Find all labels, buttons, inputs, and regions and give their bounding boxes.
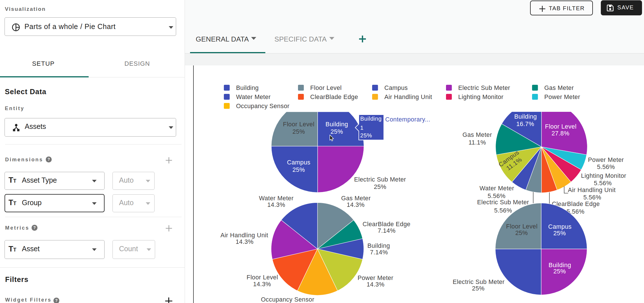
svg-text:Power Meter: Power Meter bbox=[588, 156, 624, 163]
svg-text:Occupancy Sensor: Occupancy Sensor bbox=[261, 296, 314, 303]
svg-text:Floor Level: Floor Level bbox=[506, 223, 538, 230]
svg-text:7.14%: 7.14% bbox=[378, 227, 396, 234]
svg-text:Building: Building bbox=[360, 116, 382, 122]
svg-text:25%: 25% bbox=[553, 230, 566, 237]
svg-text:25%: 25% bbox=[292, 166, 305, 173]
svg-text:Electric Sub Meter: Electric Sub Meter bbox=[453, 279, 505, 285]
svg-text:Building: Building bbox=[326, 121, 348, 128]
svg-text:Electric Sub Meter: Electric Sub Meter bbox=[477, 199, 529, 206]
svg-text:14.3%: 14.3% bbox=[236, 238, 254, 245]
svg-text:Air Handling Unit: Air Handling Unit bbox=[220, 232, 268, 239]
svg-text:Campus: Campus bbox=[287, 159, 310, 166]
svg-text:25%: 25% bbox=[553, 268, 566, 275]
svg-text:14.3%: 14.3% bbox=[253, 281, 271, 288]
svg-text:Floor Level: Floor Level bbox=[310, 84, 342, 91]
svg-text:ClearBlade Edge: ClearBlade Edge bbox=[310, 94, 358, 100]
svg-text:Contemporary...: Contemporary... bbox=[385, 116, 430, 123]
svg-text:25%: 25% bbox=[374, 184, 386, 190]
svg-text:5.56%: 5.56% bbox=[594, 180, 612, 187]
svg-text:Building: Building bbox=[367, 242, 390, 249]
svg-text:14.3%: 14.3% bbox=[347, 201, 365, 208]
svg-text:Floor Level: Floor Level bbox=[545, 123, 577, 130]
svg-text:Electric Sub Meter: Electric Sub Meter bbox=[458, 84, 510, 91]
svg-text:Gas Meter: Gas Meter bbox=[544, 84, 574, 91]
svg-text:Floor Level: Floor Level bbox=[283, 121, 314, 128]
svg-text:14.3%: 14.3% bbox=[367, 281, 385, 288]
svg-text:1: 1 bbox=[360, 125, 364, 131]
svg-text:Building: Building bbox=[549, 262, 571, 269]
svg-text:25%: 25% bbox=[472, 285, 485, 292]
svg-text:Electric Sub Meter: Electric Sub Meter bbox=[354, 176, 406, 183]
svg-text:Power Meter: Power Meter bbox=[544, 94, 580, 100]
svg-text:Occupancy Sensor: Occupancy Sensor bbox=[236, 103, 289, 110]
svg-text:Campus: Campus bbox=[548, 223, 572, 230]
svg-text:5.56%: 5.56% bbox=[488, 193, 506, 199]
svg-text:25%: 25% bbox=[360, 132, 372, 139]
svg-text:14.3%: 14.3% bbox=[267, 201, 285, 208]
svg-text:Air Handling Unit: Air Handling Unit bbox=[384, 94, 432, 100]
svg-text:Building: Building bbox=[236, 84, 259, 91]
svg-text:Floor Level: Floor Level bbox=[247, 274, 278, 281]
svg-text:Water Meter: Water Meter bbox=[236, 94, 271, 100]
svg-text:Gas Meter: Gas Meter bbox=[462, 131, 492, 138]
svg-text:Air Handling Unit: Air Handling Unit bbox=[568, 187, 616, 193]
svg-text:16.7%: 16.7% bbox=[516, 121, 534, 127]
svg-text:25%: 25% bbox=[515, 230, 528, 236]
svg-text:Water Meter: Water Meter bbox=[480, 185, 514, 192]
svg-text:25%: 25% bbox=[330, 128, 343, 135]
svg-text:11.1%: 11.1% bbox=[468, 139, 486, 146]
svg-text:Power Meter: Power Meter bbox=[358, 275, 393, 281]
svg-text:25%: 25% bbox=[292, 128, 305, 135]
svg-text:Building: Building bbox=[514, 113, 537, 120]
svg-text:5.56%: 5.56% bbox=[583, 194, 601, 201]
svg-text:Lighting Monitor: Lighting Monitor bbox=[581, 172, 626, 179]
svg-text:5.56%: 5.56% bbox=[494, 207, 512, 214]
svg-text:Campus: Campus bbox=[384, 84, 408, 91]
svg-text:5.56%: 5.56% bbox=[597, 164, 615, 170]
svg-text:Water Meter: Water Meter bbox=[259, 195, 294, 202]
svg-text:ClearBlade Edge: ClearBlade Edge bbox=[552, 201, 600, 207]
svg-text:27.8%: 27.8% bbox=[552, 130, 570, 137]
svg-text:ClearBlade Edge: ClearBlade Edge bbox=[362, 221, 410, 228]
svg-text:Gas Meter: Gas Meter bbox=[341, 195, 371, 202]
svg-text:7.14%: 7.14% bbox=[370, 249, 388, 256]
svg-text:Lighting Monitor: Lighting Monitor bbox=[458, 94, 503, 100]
